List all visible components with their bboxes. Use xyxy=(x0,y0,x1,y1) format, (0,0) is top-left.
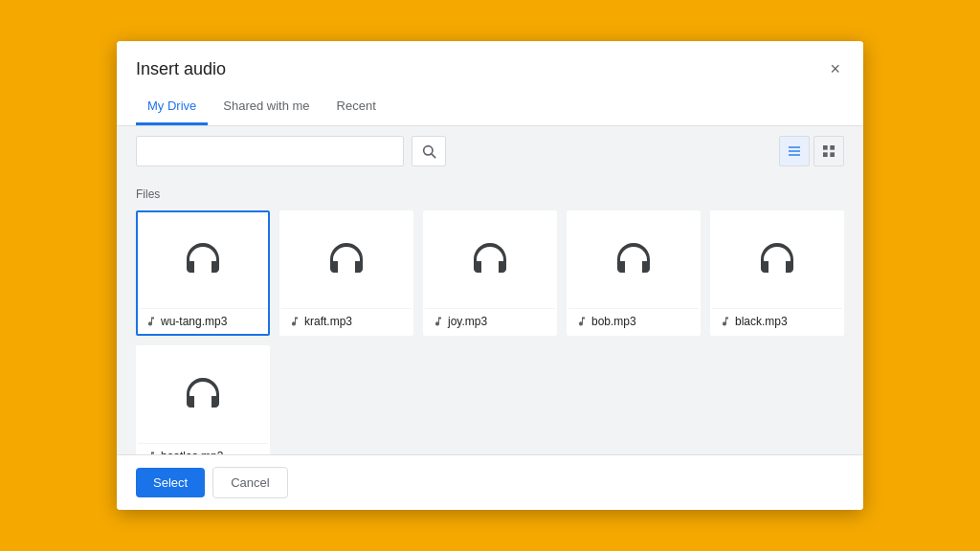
svg-rect-7 xyxy=(823,152,828,157)
svg-line-1 xyxy=(432,154,435,158)
cancel-button[interactable]: Cancel xyxy=(212,467,287,498)
audio-file-icon xyxy=(145,316,157,327)
file-label: wu-tang.mp3 xyxy=(138,308,268,334)
files-content: Files wu-tang.mp3 xyxy=(117,176,863,454)
file-thumbnail xyxy=(138,347,268,443)
headphone-icon xyxy=(178,370,228,420)
insert-audio-dialog: Insert audio × My Drive Shared with me R… xyxy=(117,41,863,510)
headphone-icon xyxy=(609,235,658,285)
headphone-icon xyxy=(465,235,515,285)
toolbar xyxy=(117,126,863,176)
file-thumbnail xyxy=(281,212,412,308)
dialog-header: Insert audio × xyxy=(117,41,863,81)
file-name: wu-tang.mp3 xyxy=(161,315,227,328)
audio-file-icon xyxy=(576,316,588,327)
select-button[interactable]: Select xyxy=(136,468,205,497)
file-thumbnail xyxy=(712,212,842,308)
dialog-footer: Select Cancel xyxy=(117,454,863,510)
audio-file-icon xyxy=(289,316,301,327)
headphone-icon xyxy=(178,235,228,285)
tab-shared-with-me[interactable]: Shared with me xyxy=(212,89,321,125)
file-card[interactable]: black.mp3 xyxy=(710,210,844,336)
file-thumbnail xyxy=(138,212,268,308)
list-view-icon xyxy=(787,143,802,159)
audio-file-icon xyxy=(433,316,444,327)
files-grid: wu-tang.mp3 kraft.mp3 xyxy=(136,210,844,454)
list-view-button[interactable] xyxy=(779,136,810,166)
file-card[interactable]: kraft.mp3 xyxy=(279,210,413,336)
headphone-icon xyxy=(752,235,802,285)
file-label: black.mp3 xyxy=(712,308,842,334)
svg-rect-3 xyxy=(789,150,800,151)
dialog-title: Insert audio xyxy=(136,59,226,79)
view-toggle xyxy=(779,136,844,166)
file-card[interactable]: joy.mp3 xyxy=(423,210,557,336)
audio-file-icon xyxy=(720,316,731,327)
file-card[interactable]: wu-tang.mp3 xyxy=(136,210,270,336)
file-name: kraft.mp3 xyxy=(304,315,352,328)
tab-my-drive[interactable]: My Drive xyxy=(136,89,208,125)
svg-rect-6 xyxy=(830,145,835,150)
close-button[interactable]: × xyxy=(826,56,844,81)
svg-rect-2 xyxy=(789,146,800,147)
svg-rect-8 xyxy=(830,152,835,157)
grid-view-icon xyxy=(821,143,836,159)
svg-rect-4 xyxy=(789,154,800,155)
file-name: bob.mp3 xyxy=(591,315,636,328)
file-thumbnail xyxy=(425,212,555,308)
search-input[interactable] xyxy=(136,136,404,166)
file-thumbnail xyxy=(568,212,699,308)
svg-rect-5 xyxy=(823,145,828,150)
grid-view-button[interactable] xyxy=(813,136,844,166)
tabs-bar: My Drive Shared with me Recent xyxy=(117,89,863,126)
search-icon xyxy=(421,143,436,159)
file-label: kraft.mp3 xyxy=(281,308,412,334)
files-section-label: Files xyxy=(136,187,844,201)
file-label: beatles.mp3 xyxy=(138,443,268,454)
file-label: bob.mp3 xyxy=(568,308,699,334)
file-label: joy.mp3 xyxy=(425,308,555,334)
headphone-icon xyxy=(322,235,371,285)
file-name: black.mp3 xyxy=(735,315,788,328)
search-button[interactable] xyxy=(412,136,446,166)
file-card[interactable]: beatles.mp3 xyxy=(136,345,270,454)
file-card[interactable]: bob.mp3 xyxy=(567,210,701,336)
tab-recent[interactable]: Recent xyxy=(325,89,388,125)
file-name: joy.mp3 xyxy=(448,315,487,328)
